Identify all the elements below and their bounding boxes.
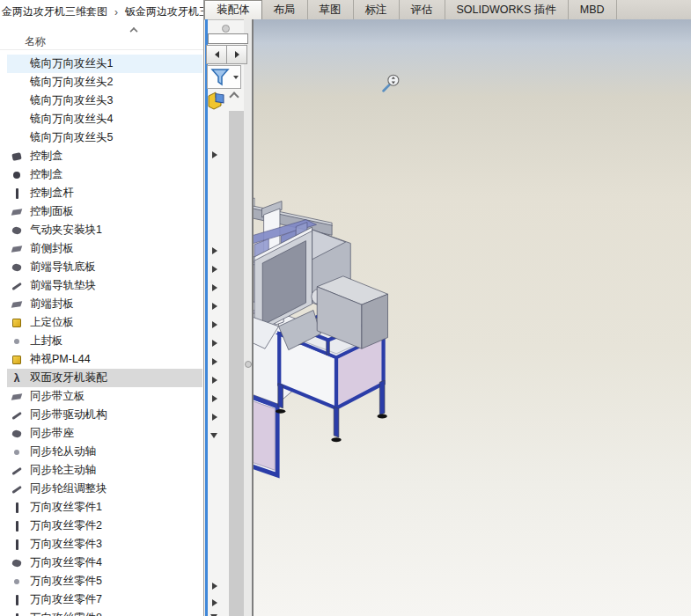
tree-expand-arrow-icon[interactable] [212, 395, 217, 402]
model-canvas[interactable] [204, 19, 691, 616]
part-icon [11, 613, 22, 616]
graphics-viewport[interactable] [204, 19, 691, 616]
commandmanager-tab[interactable]: 草图 [308, 0, 354, 19]
tree-expand-arrow-icon[interactable] [212, 303, 217, 310]
splitter-handle[interactable] [245, 361, 252, 368]
list-item[interactable]: 同步带座 [0, 424, 203, 443]
list-item[interactable]: 上定位板 [0, 313, 203, 332]
list-item[interactable]: 万向攻丝零件8 [0, 609, 203, 616]
part-icon [11, 262, 22, 273]
tree-expand-arrow-icon[interactable] [212, 266, 217, 273]
part-icon [11, 410, 22, 421]
part-icon [11, 225, 22, 236]
list-item[interactable]: 前侧封板 [0, 239, 203, 258]
part-icon [11, 521, 22, 532]
part-icon [11, 429, 22, 439]
list-item[interactable]: 镜向万向攻丝头2 [0, 73, 203, 92]
tree-filter-field[interactable] [208, 33, 248, 44]
tree-scroll-up-icon[interactable] [231, 92, 238, 99]
featuremanager-scroll-track[interactable] [229, 111, 244, 616]
list-item[interactable]: 同步带驱动机构 [0, 406, 203, 424]
list-item[interactable]: 前端导轨垫块 [0, 276, 203, 295]
list-item[interactable]: 前端封板 [0, 295, 203, 313]
tree-expand-arrow-icon[interactable] [212, 414, 217, 421]
commandmanager-tab[interactable]: SOLIDWORKS 插件 [445, 0, 569, 19]
commandmanager-tab[interactable]: 评估 [400, 0, 445, 19]
list-item[interactable]: 镜向万向攻丝头1 [0, 55, 203, 73]
file-explorer-panel: 金两边攻牙机三维套图 › 钣金两边攻牙机三 名称 镜向万向攻丝头1 镜向万向攻丝… [0, 0, 204, 616]
list-item[interactable]: 上封板 [0, 332, 203, 350]
list-item[interactable]: 同步轮从动轴 [0, 443, 203, 461]
tree-forward-button[interactable] [226, 45, 247, 64]
solidworks-window: 装配体布局草图标注评估SOLIDWORKS 插件MBD [0, 0, 691, 616]
tree-expand-arrow-icon[interactable] [212, 247, 217, 254]
panel-grip-dot[interactable] [222, 25, 230, 33]
zoom-cursor-icon [384, 75, 399, 91]
part-icon [11, 466, 22, 476]
part-icon [11, 392, 22, 402]
list-item[interactable]: 镜向万向攻丝头4 [0, 110, 203, 128]
commandmanager-tab[interactable]: MBD [569, 0, 617, 19]
list-item[interactable]: 前端导轨底板 [0, 258, 203, 276]
part-icon [11, 96, 22, 106]
list-item[interactable]: 镜向万向攻丝头3 [0, 92, 203, 110]
commandmanager-tab[interactable]: 装配体 [204, 0, 262, 19]
list-item[interactable]: λ 双面攻牙机装配 [0, 369, 203, 387]
part-icon [11, 170, 22, 180]
tree-expand-arrow-icon[interactable] [212, 358, 217, 365]
part-icon [11, 188, 22, 199]
part-icon [11, 595, 22, 605]
part-icon [11, 151, 22, 162]
tree-expand-arrow-icon[interactable] [212, 151, 217, 158]
part-icon [11, 77, 22, 88]
list-item[interactable]: 镜向万向攻丝头5 [0, 128, 203, 147]
part-icon [11, 207, 22, 217]
list-item[interactable]: 控制面板 [0, 202, 203, 221]
part-icon [11, 318, 22, 328]
tree-expand-arrow-icon[interactable] [212, 377, 217, 384]
list-item[interactable]: 万向攻丝零件3 [0, 535, 203, 554]
list-item[interactable]: 万向攻丝零件4 [0, 554, 203, 572]
filter-funnel-icon [210, 67, 231, 87]
commandmanager-tab[interactable]: 布局 [262, 0, 308, 19]
list-item[interactable]: 同步轮组调整块 [0, 480, 203, 498]
part-icon: λ [11, 373, 22, 384]
list-item[interactable]: 控制盒杆 [0, 184, 203, 202]
tree-expand-arrow-icon[interactable] [212, 340, 217, 347]
commandmanager-tabbar: 装配体布局草图标注评估SOLIDWORKS 插件MBD [204, 0, 691, 20]
featuremanager-strip [204, 19, 254, 616]
tree-expand-arrow-icon[interactable] [212, 284, 217, 291]
part-icon [11, 558, 22, 568]
part-icon [11, 299, 22, 310]
list-item[interactable]: 万向攻丝零件5 [0, 572, 203, 590]
list-item[interactable]: 同步轮主动轴 [0, 461, 203, 480]
part-icon [11, 244, 22, 254]
list-item[interactable]: 万向攻丝零件1 [0, 498, 203, 517]
tree-expand-arrow-icon[interactable] [212, 321, 217, 328]
breadcrumb[interactable]: 金两边攻牙机三维套图 › 钣金两边攻牙机三 [0, 0, 203, 24]
part-icon [11, 336, 22, 347]
sort-ascending-icon [131, 27, 136, 33]
breadcrumb-segment-2[interactable]: 钣金两边攻牙机三 [123, 4, 203, 19]
breadcrumb-separator-icon: › [109, 6, 123, 18]
filter-button[interactable] [207, 65, 241, 89]
breadcrumb-segment-1[interactable]: 金两边攻牙机三维套图 [0, 4, 109, 19]
list-item[interactable]: 神视PM-L44 [0, 350, 203, 369]
file-list: 镜向万向攻丝头1 镜向万向攻丝头2 镜向万向攻丝头3 镜向万向攻丝头4 镜向万向… [0, 55, 203, 616]
list-item[interactable]: 气动夹安装块1 [0, 221, 203, 239]
part-icon [11, 484, 22, 495]
tree-expand-arrow-icon[interactable] [212, 599, 217, 606]
list-item[interactable]: 同步带立板 [0, 387, 203, 406]
list-item[interactable]: 控制盒 [0, 165, 203, 184]
tree-expand-arrow-icon[interactable] [212, 583, 217, 590]
list-item[interactable]: 万向攻丝零件7 [0, 590, 203, 609]
commandmanager-tab[interactable]: 标注 [354, 0, 400, 19]
list-item[interactable]: 万向攻丝零件2 [0, 517, 203, 535]
tree-back-button[interactable] [206, 45, 227, 64]
list-item[interactable]: 控制盒 [0, 147, 203, 165]
column-header-name[interactable]: 名称 [0, 24, 203, 50]
filter-dropdown-caret[interactable] [233, 76, 239, 79]
assembly-root-icon[interactable] [206, 89, 227, 110]
part-icon [11, 539, 22, 550]
tree-expand-arrow-down-icon[interactable] [210, 433, 217, 438]
